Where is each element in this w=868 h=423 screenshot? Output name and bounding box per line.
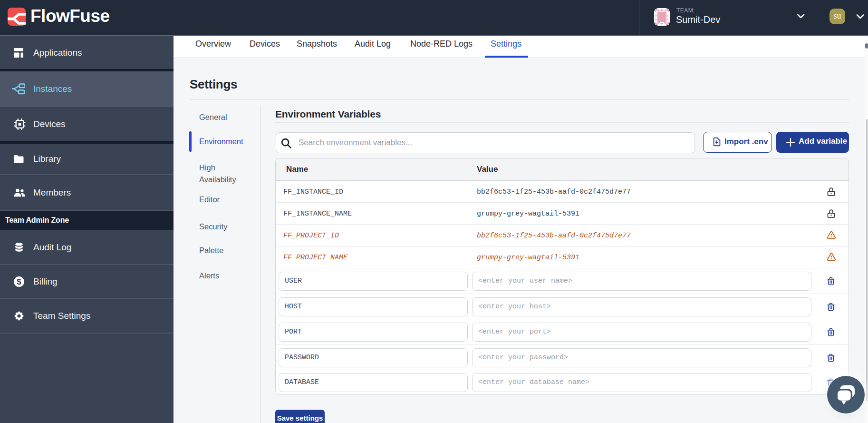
svg-text:$: $ [17,277,21,286]
